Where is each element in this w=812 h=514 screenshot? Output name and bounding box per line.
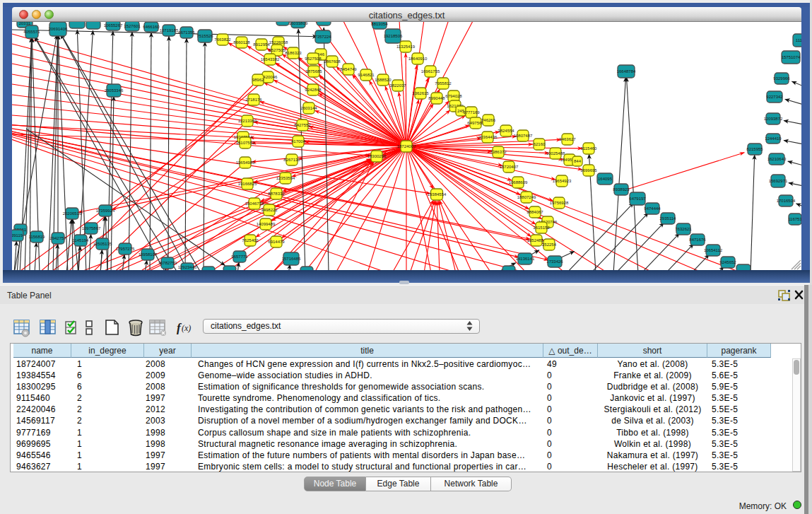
svg-text:7386372: 7386372 xyxy=(490,150,507,154)
svg-text:9699695: 9699695 xyxy=(580,168,597,173)
svg-text:12213369: 12213369 xyxy=(238,119,257,123)
svg-text:62160: 62160 xyxy=(534,142,546,146)
svg-text:8912954: 8912954 xyxy=(253,42,270,47)
svg-text:8938923: 8938923 xyxy=(613,187,630,192)
svg-text:17957275: 17957275 xyxy=(116,247,135,251)
svg-text:15226058: 15226058 xyxy=(269,40,288,45)
svg-text:1156819: 1156819 xyxy=(29,235,46,239)
svg-text:1362615: 1362615 xyxy=(412,91,429,95)
svg-text:18807249: 18807249 xyxy=(517,195,536,199)
svg-text:39119: 39119 xyxy=(12,233,23,238)
svg-text:9527505: 9527505 xyxy=(269,48,286,52)
svg-text:19654923: 19654923 xyxy=(553,179,572,183)
svg-text:15751074: 15751074 xyxy=(782,55,801,59)
svg-text:116753: 116753 xyxy=(788,217,801,221)
svg-text:6466160: 6466160 xyxy=(143,25,160,29)
svg-text:16033809: 16033809 xyxy=(289,22,308,25)
svg-text:8267130: 8267130 xyxy=(283,158,300,162)
svg-text:7955812: 7955812 xyxy=(435,81,452,86)
svg-text:1244419: 1244419 xyxy=(765,136,782,141)
svg-text:12505135: 12505135 xyxy=(93,242,112,246)
svg-text:1588520: 1588520 xyxy=(375,78,392,82)
svg-text:6914479: 6914479 xyxy=(268,240,285,244)
svg-text:16961755: 16961755 xyxy=(421,69,440,74)
svg-text:10025488: 10025488 xyxy=(546,151,565,156)
svg-text:19654985: 19654985 xyxy=(236,160,255,165)
svg-text:12353594: 12353594 xyxy=(276,176,295,180)
svg-text:8878332: 8878332 xyxy=(268,192,285,196)
svg-text:20053346: 20053346 xyxy=(105,88,124,93)
svg-text:7625402: 7625402 xyxy=(242,238,259,243)
svg-text:1615152: 1615152 xyxy=(533,226,550,230)
svg-text:164095: 164095 xyxy=(598,177,613,181)
svg-text:9227342: 9227342 xyxy=(766,95,783,99)
svg-text:10958107: 10958107 xyxy=(139,252,158,257)
svg-text:6671355: 6671355 xyxy=(178,30,195,35)
svg-text:14099489: 14099489 xyxy=(257,222,276,226)
svg-text:8215955: 8215955 xyxy=(746,147,763,151)
svg-text:1112: 1112 xyxy=(796,38,801,42)
svg-text:9245652: 9245652 xyxy=(719,260,736,264)
svg-text:10654112: 10654112 xyxy=(704,248,723,252)
svg-text:9884067: 9884067 xyxy=(526,210,543,214)
svg-text:2718176: 2718176 xyxy=(245,98,262,102)
svg-text:252254: 252254 xyxy=(542,243,557,247)
svg-text:9115460: 9115460 xyxy=(581,146,598,151)
svg-text:15720407: 15720407 xyxy=(500,165,519,169)
svg-text:18640910: 18640910 xyxy=(408,57,428,61)
svg-text:417004: 417004 xyxy=(291,139,306,144)
svg-text:3824554: 3824554 xyxy=(498,129,514,133)
svg-text:1733426: 1733426 xyxy=(546,259,563,264)
svg-text:2942757: 2942757 xyxy=(49,236,66,240)
svg-text:7632621: 7632621 xyxy=(675,227,692,231)
svg-text:15716485: 15716485 xyxy=(282,257,301,261)
svg-text:17016504: 17016504 xyxy=(777,199,796,203)
svg-text:7357224: 7357224 xyxy=(314,35,331,39)
svg-text:2935114: 2935114 xyxy=(660,216,677,221)
svg-text:20691406: 20691406 xyxy=(49,27,68,31)
svg-text:20206516: 20206516 xyxy=(63,211,82,216)
svg-text:7663822: 7663822 xyxy=(214,37,231,42)
svg-text:9329966: 9329966 xyxy=(773,76,790,81)
svg-text:10719185: 10719185 xyxy=(160,28,179,33)
svg-text:19218506: 19218506 xyxy=(384,34,403,38)
svg-text:98962: 98962 xyxy=(252,78,264,82)
svg-text:20364436: 20364436 xyxy=(478,135,498,139)
svg-text:8454749: 8454749 xyxy=(340,67,357,71)
svg-text:10975867: 10975867 xyxy=(82,226,101,230)
svg-text:746266: 746266 xyxy=(481,118,496,122)
svg-text:8186323: 8186323 xyxy=(285,51,302,55)
svg-text:10807487: 10807487 xyxy=(514,134,533,138)
svg-text:11325419: 11325419 xyxy=(396,45,416,49)
svg-text:844: 844 xyxy=(574,159,582,163)
svg-text:(x): (x) xyxy=(182,323,191,333)
svg-text:7515526: 7515526 xyxy=(196,34,213,38)
svg-text:2867608: 2867608 xyxy=(324,59,341,64)
svg-text:16543382: 16543382 xyxy=(261,57,280,62)
svg-text:16107552: 16107552 xyxy=(236,141,255,145)
svg-text:8471676: 8471676 xyxy=(689,238,706,242)
svg-text:1527601: 1527601 xyxy=(124,24,141,28)
svg-text:9146821: 9146821 xyxy=(358,73,375,77)
svg-text:3875685: 3875685 xyxy=(305,69,322,74)
svg-text:9657771: 9657771 xyxy=(231,255,248,259)
svg-text:15692971: 15692971 xyxy=(769,179,788,183)
svg-text:20331: 20331 xyxy=(19,22,31,25)
svg-text:9527508: 9527508 xyxy=(305,57,322,61)
svg-text:14136141: 14136141 xyxy=(516,257,535,261)
svg-text:9463627: 9463627 xyxy=(559,137,576,141)
svg-text:16210643: 16210643 xyxy=(767,157,787,161)
svg-text:16046738: 16046738 xyxy=(245,201,264,206)
svg-text:8990448: 8990448 xyxy=(428,96,445,100)
svg-text:1145194: 1145194 xyxy=(73,238,90,243)
svg-text:12093872: 12093872 xyxy=(764,117,783,121)
svg-text:19384554: 19384554 xyxy=(428,192,447,197)
svg-text:8660128: 8660128 xyxy=(233,40,250,45)
svg-text:3822037: 3822037 xyxy=(389,83,406,88)
svg-text:10688609: 10688609 xyxy=(509,180,528,185)
svg-text:10655267: 10655267 xyxy=(104,23,123,28)
svg-text:4055571: 4055571 xyxy=(23,30,40,34)
svg-text:8427552: 8427552 xyxy=(294,123,311,127)
svg-text:17359924: 17359924 xyxy=(96,209,115,213)
svg-text:18724007: 18724007 xyxy=(397,144,416,148)
